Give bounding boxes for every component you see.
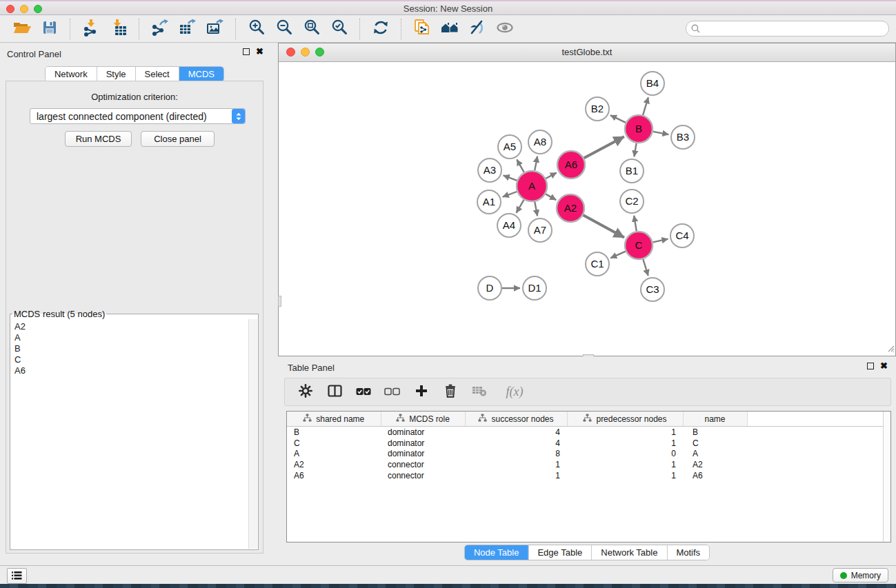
node-C4[interactable]: C4 bbox=[670, 224, 694, 247]
node-D[interactable]: D bbox=[478, 276, 501, 300]
edge-C-C3[interactable] bbox=[643, 259, 648, 276]
table-row[interactable]: A6connector11A6 bbox=[287, 470, 883, 481]
node-A2[interactable]: A2 bbox=[557, 194, 584, 222]
node-A4[interactable]: A4 bbox=[497, 214, 521, 237]
deselect-all-button[interactable] bbox=[385, 385, 400, 400]
float-panel-icon[interactable] bbox=[243, 48, 250, 55]
mcds-result-item[interactable]: A bbox=[14, 332, 249, 343]
memory-button[interactable]: Memory bbox=[833, 568, 888, 582]
save-session-button[interactable] bbox=[37, 17, 62, 41]
mcds-result-item[interactable]: A6 bbox=[14, 365, 249, 376]
tab-mcds[interactable]: MCDS bbox=[179, 67, 223, 81]
node-A5[interactable]: A5 bbox=[498, 135, 521, 159]
zoom-in-button[interactable] bbox=[244, 17, 269, 41]
optimization-dropdown[interactable]: largest connected component (directed) bbox=[30, 108, 246, 124]
result-scrollbar[interactable] bbox=[248, 319, 257, 549]
cell[interactable]: C bbox=[683, 438, 747, 449]
column-header-shared-name[interactable]: shared name bbox=[287, 412, 381, 427]
tab-edge-table[interactable]: Edge Table bbox=[528, 545, 591, 560]
edge-B-B3[interactable] bbox=[653, 132, 669, 134]
import-table-button[interactable] bbox=[106, 17, 131, 41]
cell[interactable]: 1 bbox=[465, 459, 567, 470]
node-A8[interactable]: A8 bbox=[528, 130, 552, 154]
node-A[interactable]: A bbox=[517, 171, 547, 201]
run-mcds-button[interactable]: Run MCDS bbox=[65, 131, 132, 147]
export-network-button[interactable] bbox=[148, 17, 172, 41]
cell[interactable]: A2 bbox=[683, 459, 747, 470]
edge-C-C1[interactable] bbox=[610, 252, 626, 258]
node-A7[interactable]: A7 bbox=[528, 219, 552, 242]
resize-grip-icon[interactable] bbox=[886, 343, 895, 355]
function-builder-button[interactable]: f(x) bbox=[501, 385, 528, 400]
select-all-button[interactable] bbox=[356, 385, 371, 400]
cell[interactable]: B bbox=[287, 427, 381, 438]
edge-B-B2[interactable] bbox=[610, 115, 626, 123]
close-table-panel-icon[interactable]: ✖ bbox=[880, 363, 888, 369]
close-panel-icon[interactable]: ✖ bbox=[256, 48, 263, 55]
toggle-column-button[interactable] bbox=[327, 385, 342, 400]
export-table-button[interactable] bbox=[175, 17, 200, 41]
open-session-button[interactable] bbox=[10, 17, 34, 41]
mcds-result-list[interactable]: A2ABCA6 bbox=[11, 319, 249, 549]
edge-A-A3[interactable] bbox=[504, 175, 517, 181]
search-input[interactable] bbox=[700, 23, 888, 34]
edge-A6-B[interactable] bbox=[584, 136, 624, 158]
cell[interactable]: A6 bbox=[287, 470, 381, 481]
first-neighbors-button[interactable] bbox=[437, 17, 462, 41]
node-D1[interactable]: D1 bbox=[523, 276, 546, 300]
tab-node-table[interactable]: Node Table bbox=[465, 545, 528, 560]
node-A6[interactable]: A6 bbox=[557, 151, 585, 179]
close-panel-button[interactable]: Close panel bbox=[141, 131, 215, 147]
node-C1[interactable]: C1 bbox=[586, 252, 609, 276]
tab-style[interactable]: Style bbox=[97, 67, 135, 81]
add-row-button[interactable] bbox=[414, 385, 429, 400]
delete-table-button[interactable] bbox=[472, 385, 487, 400]
table-settings-button[interactable] bbox=[298, 385, 313, 400]
edge-A-A7[interactable] bbox=[535, 202, 537, 216]
cell[interactable]: B bbox=[683, 427, 747, 438]
table-row[interactable]: Cdominator41C bbox=[287, 438, 883, 449]
cell[interactable]: A bbox=[287, 448, 381, 459]
edge-B-B1[interactable] bbox=[634, 143, 636, 157]
edge-B-B4[interactable] bbox=[643, 97, 648, 115]
import-network-button[interactable] bbox=[79, 17, 103, 41]
node-B3[interactable]: B3 bbox=[671, 125, 695, 149]
delete-row-button[interactable] bbox=[443, 385, 458, 400]
cell[interactable]: connector bbox=[381, 470, 465, 481]
refresh-button[interactable] bbox=[368, 17, 393, 41]
edge-C-C4[interactable] bbox=[653, 239, 668, 243]
node-C2[interactable]: C2 bbox=[620, 190, 644, 213]
cell[interactable]: 1 bbox=[567, 470, 683, 481]
cell[interactable]: 8 bbox=[465, 448, 567, 459]
table-row[interactable]: A2connector11A2 bbox=[287, 459, 883, 470]
cell[interactable]: 0 bbox=[567, 448, 683, 459]
divider-handle[interactable] bbox=[278, 296, 281, 307]
node-C3[interactable]: C3 bbox=[641, 278, 664, 301]
task-history-button[interactable] bbox=[7, 568, 27, 584]
mcds-result-item[interactable]: A2 bbox=[14, 321, 249, 332]
cell[interactable]: C bbox=[287, 438, 381, 449]
cell[interactable]: 1 bbox=[465, 470, 567, 481]
cell[interactable]: A bbox=[683, 448, 747, 459]
cell[interactable]: A6 bbox=[683, 470, 747, 481]
edge-A2-C[interactable] bbox=[583, 215, 624, 237]
cell[interactable]: dominator bbox=[381, 438, 465, 449]
network-canvas[interactable]: B4B2BB3B1A5A8A6A3AA1A2C2A4A7C4CC1C3DD1 bbox=[279, 62, 895, 356]
cell[interactable]: 4 bbox=[465, 438, 567, 449]
tab-network[interactable]: Network bbox=[46, 67, 97, 81]
cell[interactable]: connector bbox=[381, 459, 465, 470]
zoom-fit-button[interactable] bbox=[299, 17, 324, 41]
column-header-name[interactable]: name bbox=[683, 412, 747, 427]
cell[interactable]: 1 bbox=[567, 438, 683, 449]
column-header-mcds-role[interactable]: MCDS role bbox=[381, 412, 465, 427]
edge-A-A8[interactable] bbox=[535, 156, 537, 171]
edge-A-A1[interactable] bbox=[503, 192, 517, 197]
edge-A-A6[interactable] bbox=[546, 173, 557, 179]
tab-network-table[interactable]: Network Table bbox=[591, 545, 666, 560]
edge-A-A5[interactable] bbox=[517, 159, 524, 172]
tab-select[interactable]: Select bbox=[135, 67, 179, 81]
node-B2[interactable]: B2 bbox=[586, 97, 609, 121]
node-B[interactable]: B bbox=[625, 115, 653, 143]
cell[interactable]: 1 bbox=[567, 459, 683, 470]
zoom-selected-button[interactable] bbox=[327, 17, 352, 41]
